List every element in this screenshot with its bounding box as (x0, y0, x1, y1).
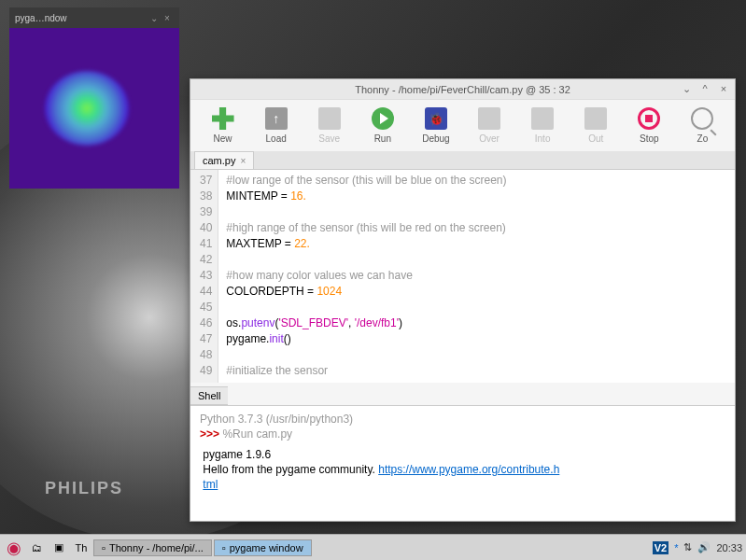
task-icon: ▫ (102, 542, 106, 553)
bluetooth-tray-icon[interactable]: * (674, 542, 678, 553)
load-button[interactable]: Load (251, 105, 301, 146)
pygame-window[interactable]: pyga…ndow ⌄ × (9, 7, 179, 189)
editor-tabs: cam.py × (190, 151, 735, 170)
tab-cam-py[interactable]: cam.py × (194, 151, 254, 169)
tab-label: cam.py (203, 155, 235, 166)
shell-output-line-1: pygame 1.9.6 (200, 447, 725, 462)
system-tray[interactable]: V2 * ⇅ 🔊 20:33 (653, 541, 742, 554)
pygame-close-button[interactable]: × (161, 13, 174, 23)
into-icon (531, 107, 554, 130)
network-tray-icon[interactable]: ⇅ (683, 541, 692, 553)
pygame-titlebar[interactable]: pyga…ndow ⌄ × (9, 7, 179, 28)
task-icon: ▫ (222, 542, 226, 553)
thonny-minimize-button[interactable]: ⌄ (681, 83, 692, 95)
into-button: Into (518, 105, 568, 146)
toolbar-label: Load (266, 133, 287, 144)
thonny-window-title: Thonny - /home/pi/FeverChill/cam.py @ 35… (355, 84, 570, 95)
thonny-titlebar[interactable]: Thonny - /home/pi/FeverChill/cam.py @ 35… (190, 79, 735, 100)
shell-pygame-link[interactable]: https://www.pygame.org/contribute.h (378, 463, 559, 476)
thermal-blob-render (45, 71, 129, 146)
load-icon (265, 107, 288, 130)
thonny-close-button[interactable]: × (718, 83, 729, 95)
volume-tray-icon[interactable]: 🔊 (697, 541, 711, 553)
thonny-maximize-button[interactable]: ^ (699, 83, 711, 95)
toolbar-label: Zo (697, 133, 709, 144)
tab-close-icon[interactable]: × (240, 156, 246, 166)
toolbar-label: Run (374, 133, 391, 144)
out-button: Out (571, 105, 621, 146)
taskbar-task[interactable]: ▫Thonny - /home/pi/... (93, 539, 212, 556)
save-button: Save (304, 105, 354, 146)
thonny-toolbar: NewLoadSaveRunDebugOverIntoOutStopZo (190, 100, 735, 151)
vnc-tray-icon[interactable]: V2 (653, 541, 669, 554)
task-label: pygame window (230, 542, 303, 553)
toolbar-label: New (214, 133, 232, 144)
toolbar-label: Save (318, 133, 340, 144)
taskbar[interactable]: ◉ 🗂 ▣ Th ▫Thonny - /home/pi/...▫pygame w… (0, 534, 746, 560)
save-icon (318, 107, 341, 130)
new-icon (212, 107, 234, 130)
task-label: Thonny - /home/pi/... (109, 542, 204, 553)
run-icon (372, 107, 394, 130)
over-icon (478, 107, 500, 130)
toolbar-label: Out (588, 133, 603, 144)
stop-button[interactable]: Stop (625, 105, 674, 146)
raspberry-menu-icon[interactable]: ◉ (4, 538, 24, 558)
debug-button[interactable]: Debug (411, 105, 460, 146)
pygame-minimize-button[interactable]: ⌄ (148, 13, 161, 23)
thonny-window[interactable]: Thonny - /home/pi/FeverChill/cam.py @ 35… (190, 78, 736, 522)
thonny-launcher-icon[interactable]: Th (71, 538, 91, 558)
stop-icon (638, 107, 660, 130)
shell-panel-label[interactable]: Shell (190, 386, 228, 405)
taskbar-task[interactable]: ▫pygame window (214, 539, 312, 556)
terminal-icon[interactable]: ▣ (49, 538, 69, 558)
out-icon (584, 107, 607, 130)
shell-run-text: %Run cam.py (222, 427, 292, 441)
shell-prompt: >>> (200, 427, 219, 441)
debug-icon (425, 107, 447, 130)
shell-panel[interactable]: Python 3.7.3 (/usr/bin/python3) >>> %Run… (190, 405, 735, 521)
wallpaper-brand-text: PHILIPS (45, 479, 123, 498)
toolbar-label: Over (479, 133, 500, 144)
file-manager-icon[interactable]: 🗂 (26, 538, 47, 558)
zo-icon (691, 107, 713, 130)
run-button[interactable]: Run (358, 105, 407, 146)
zo-button[interactable]: Zo (678, 105, 727, 146)
shell-python-version: Python 3.7.3 (/usr/bin/python3) (200, 412, 725, 427)
clock[interactable]: 20:33 (716, 542, 742, 553)
over-button: Over (464, 105, 514, 146)
pygame-thermal-canvas (9, 28, 179, 189)
code-editor[interactable]: 37383940414243444546474849 #low range of… (190, 170, 735, 383)
toolbar-label: Into (535, 133, 551, 144)
toolbar-label: Debug (422, 133, 449, 144)
toolbar-label: Stop (640, 133, 659, 144)
shell-output-line-2: Hello from the pygame community. https:/… (200, 462, 725, 477)
code-content[interactable]: #low range of the sensor (this will be b… (218, 170, 514, 383)
line-number-gutter: 37383940414243444546474849 (190, 170, 218, 383)
shell-pygame-link-cont[interactable]: tml (203, 478, 218, 491)
pygame-window-title: pyga…ndow (15, 13, 148, 23)
new-button[interactable]: New (198, 105, 247, 146)
